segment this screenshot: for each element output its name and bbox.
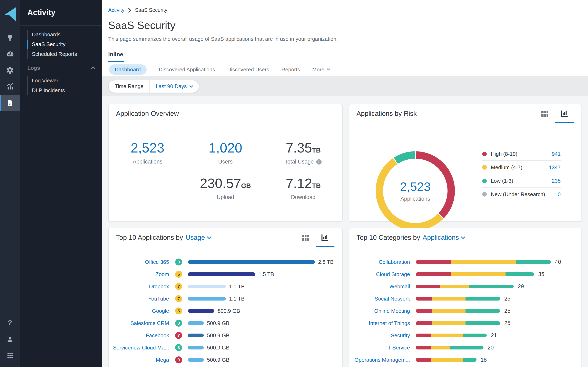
time-range-value-dropdown[interactable]: Last 90 Days <box>150 83 199 89</box>
dashboard-nav-icon-button[interactable] <box>0 46 20 62</box>
risk-donut-chart[interactable]: 2,523 Applications <box>376 151 455 230</box>
tab-discovered-applications[interactable]: Discovered Applications <box>159 66 215 72</box>
user-icon <box>6 335 14 343</box>
sidebar-section-logs[interactable]: Logs <box>27 64 95 72</box>
category-count: 25 <box>504 308 510 314</box>
analytics-nav-icon-button[interactable] <box>0 78 20 95</box>
legend-value-link[interactable]: 941 <box>552 151 561 157</box>
app-launcher-icon-button[interactable] <box>0 347 20 364</box>
risk-total-label: Applications <box>400 196 430 202</box>
stat-total-usage: 7.35TBTotal Usage <box>264 140 342 165</box>
stat-download: 7.12TBDownload <box>264 176 342 200</box>
tab-reports[interactable]: Reports <box>281 66 300 72</box>
chevron-down-icon <box>207 236 211 239</box>
legend-label: New (Under Research) <box>491 191 558 197</box>
page-title: SaaS Security <box>108 19 582 32</box>
category-bar-segment-high <box>416 358 431 361</box>
app-name-link[interactable]: Dropbox <box>109 283 169 289</box>
usage-bar <box>188 346 204 349</box>
tab-dashboard[interactable]: Dashboard <box>109 64 146 75</box>
top-applications-chart-view-button[interactable] <box>315 228 335 247</box>
legend-value-link[interactable]: 1347 <box>549 164 561 170</box>
category-name-link[interactable]: Internet of Things <box>349 320 410 326</box>
settings-nav-icon-button[interactable] <box>0 62 20 78</box>
category-name-link[interactable]: Cloud Storage <box>349 271 410 277</box>
category-bar-segment-low <box>466 297 500 300</box>
breadcrumb-activity-link[interactable]: Activity <box>108 7 124 13</box>
usage-bar <box>188 272 255 276</box>
category-stacked-bar <box>416 272 534 276</box>
category-name-link[interactable]: Collaboration <box>349 259 410 265</box>
usage-value: 800.9 GB <box>218 308 240 314</box>
legend-color-dot <box>482 192 487 196</box>
legend-value-link[interactable]: 235 <box>552 178 561 184</box>
top-applications-metric-dropdown[interactable]: Usage <box>185 234 211 242</box>
application-overview-title: Application Overview <box>116 110 179 117</box>
category-name-link[interactable]: Webmail <box>349 283 410 289</box>
app-row-youtube: YouTube71.1 TB <box>109 292 342 305</box>
category-name-link[interactable]: Operations Managem... <box>349 357 410 363</box>
app-name-link[interactable]: Mega <box>109 357 169 363</box>
app-name-link[interactable]: Zoom <box>109 271 169 277</box>
category-bar-track <box>416 272 534 276</box>
app-row-dropbox: Dropbox71.1 TB <box>109 280 342 292</box>
category-bar-segment-low <box>516 260 551 264</box>
category-bar-segment-medium <box>431 346 450 349</box>
category-name-link[interactable]: Online Meeting <box>349 308 410 314</box>
usage-bar-track <box>188 321 204 325</box>
lightbulb-icon <box>6 34 14 42</box>
reports-nav-icon-button[interactable] <box>0 95 20 111</box>
netskope-logo[interactable] <box>0 0 20 24</box>
usage-value: 500.9 GB <box>207 344 229 350</box>
sidebar-item-dashboards[interactable]: Dashboards <box>32 30 102 40</box>
top-applications-title-prefix: Top 10 Applications by <box>116 234 183 242</box>
category-count: 35 <box>538 271 544 277</box>
chevron-down-icon <box>190 85 193 87</box>
usage-value: 2.8 TB <box>318 259 334 265</box>
usage-bar-track <box>188 272 255 276</box>
legend-value-link[interactable]: 0 <box>558 191 561 197</box>
app-name-link[interactable]: Facebook <box>109 332 169 338</box>
info-icon[interactable] <box>316 159 322 165</box>
user-account-icon-button[interactable] <box>0 331 20 347</box>
application-overview-header: Application Overview <box>109 104 342 123</box>
app-name-link[interactable]: Google <box>109 308 169 314</box>
stat-spacer <box>109 176 186 200</box>
category-bar-segment-high <box>416 297 432 300</box>
tab-more[interactable]: More <box>312 66 330 72</box>
bar-chart-view-icon <box>561 110 568 117</box>
insights-nav-icon-button[interactable] <box>0 29 20 46</box>
usage-bar-track <box>188 309 214 313</box>
category-count: 25 <box>504 295 510 301</box>
tab-discovered-users[interactable]: Discovered Users <box>227 66 269 72</box>
category-name-link[interactable]: Security <box>349 332 410 338</box>
stat-applications: 2,523Applications <box>109 140 186 165</box>
app-name-link[interactable]: Servicenow Cloud Ma... <box>109 344 169 350</box>
sidebar-item-scheduled-reports[interactable]: Scheduled Reports <box>32 49 102 59</box>
category-bar-track <box>416 309 500 313</box>
tab-inline[interactable]: Inline <box>108 51 124 62</box>
category-name-link[interactable]: IT Service <box>349 344 410 350</box>
card-row-2: Top 10 Applications by Usage <box>108 228 582 367</box>
category-bar-track <box>416 260 551 264</box>
risk-table-view-button[interactable] <box>535 104 554 123</box>
sidebar-item-saas-security[interactable]: SaaS Security <box>32 40 102 49</box>
usage-bar <box>188 321 204 325</box>
app-name-link[interactable]: YouTube <box>109 295 169 301</box>
top-categories-metric-dropdown[interactable]: Applications <box>423 234 465 242</box>
sidebar-item-log-viewer[interactable]: Log Viewer <box>32 76 102 86</box>
usage-bar-track <box>188 346 204 349</box>
time-range-filter[interactable]: Time Range Last 90 Days <box>108 80 199 93</box>
top-applications-table-view-button[interactable] <box>296 228 315 247</box>
risk-chart-view-button[interactable] <box>554 104 574 123</box>
help-icon-button[interactable]: ? <box>0 315 20 331</box>
risk-view-toggle <box>535 104 574 123</box>
category-name-link[interactable]: Social Network <box>349 295 410 301</box>
sidebar-item-dlp-incidents[interactable]: DLP Incidents <box>32 86 102 95</box>
category-bar-segment-medium <box>432 297 466 300</box>
category-bar-segment-high <box>416 321 432 325</box>
app-name-link[interactable]: Office 365 <box>109 259 169 265</box>
category-bar-segment-medium <box>440 284 468 288</box>
legend-row-high-8-10-: High (8-10)941 <box>482 147 561 161</box>
app-name-link[interactable]: Salesforce CRM <box>109 320 169 326</box>
